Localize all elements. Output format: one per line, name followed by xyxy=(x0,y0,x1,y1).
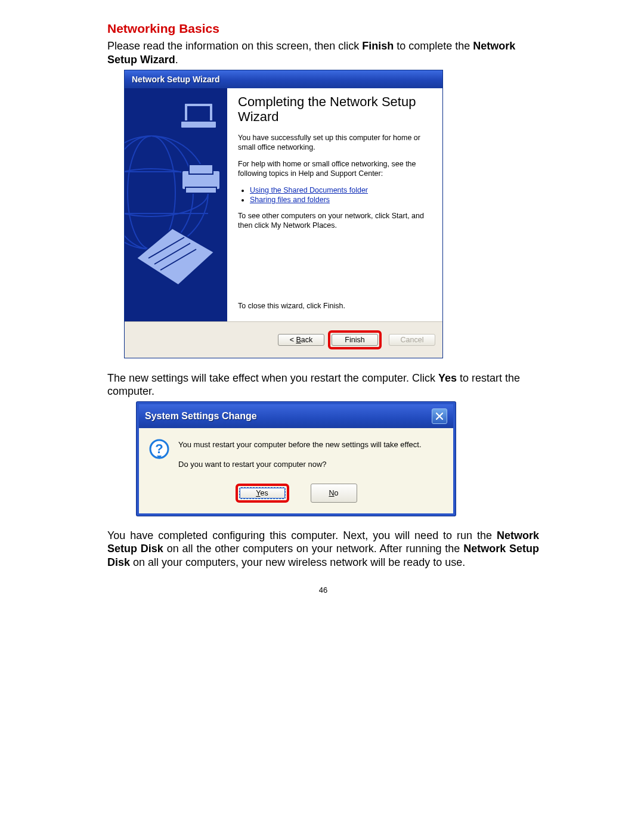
back-button[interactable]: < Back xyxy=(278,334,324,346)
wizard-body: Completing the Network Setup Wizard You … xyxy=(125,88,442,321)
restart-bold-yes: Yes xyxy=(438,372,457,384)
svg-rect-12 xyxy=(185,187,216,193)
wizard-msg-network-places: To see other computers on your network, … xyxy=(238,211,431,231)
question-icon: ? xyxy=(148,439,170,460)
finish-button[interactable]: Finish xyxy=(332,334,378,346)
svg-text:?: ? xyxy=(155,441,163,456)
yes-button-highlight: Yes xyxy=(236,484,289,503)
svg-rect-11 xyxy=(189,165,213,174)
section-title: Networking Basics xyxy=(107,21,539,36)
restart-text: You must restart your computer before th… xyxy=(178,439,422,479)
cancel-button: Cancel xyxy=(389,334,435,346)
restart-line2: Do you want to restart your computer now… xyxy=(178,459,422,470)
intro-end: . xyxy=(175,54,178,66)
svg-rect-9 xyxy=(181,121,216,128)
restart-titlebar: System Settings Change xyxy=(139,404,453,428)
page-number: 46 xyxy=(107,586,539,594)
wizard-link-sharing[interactable]: Sharing files and folders xyxy=(250,196,330,204)
intro-bold-finish: Finish xyxy=(362,40,394,52)
yes-rest: es xyxy=(261,489,268,497)
svg-rect-8 xyxy=(188,107,209,120)
final-paragraph: You have completed configuring this comp… xyxy=(107,529,539,569)
intro-text: Please read the information on this scre… xyxy=(107,40,362,52)
wizard-help-links: Using the Shared Documents folder Sharin… xyxy=(250,186,431,204)
wizard-heading: Completing the Network Setup Wizard xyxy=(238,94,431,125)
wizard-content: Completing the Network Setup Wizard You … xyxy=(227,88,442,321)
wizard-titlebar: Network Setup Wizard xyxy=(125,70,442,88)
wizard-close-note: To close this wizard, click Finish. xyxy=(238,302,431,310)
restart-title-text: System Settings Change xyxy=(145,411,257,422)
close-icon[interactable] xyxy=(432,408,447,424)
wizard-msg-help: For help with home or small office netwo… xyxy=(238,159,431,179)
restart-pre: The new settings will take effect when y… xyxy=(107,372,438,384)
wizard-link-shared-docs[interactable]: Using the Shared Documents folder xyxy=(250,186,368,194)
no-u: N xyxy=(329,489,335,497)
wizard-title-text: Network Setup Wizard xyxy=(132,75,220,84)
restart-body: ? You must restart your computer before … xyxy=(139,428,453,481)
wizard-msg-success: You have successfully set up this comput… xyxy=(238,133,431,153)
back-button-u: B xyxy=(296,336,301,344)
final-pre: You have completed configuring this comp… xyxy=(107,529,497,541)
yes-button[interactable]: Yes xyxy=(239,487,286,499)
restart-paragraph: The new settings will take effect when y… xyxy=(107,371,539,398)
system-settings-change-dialog: System Settings Change ? You must restar… xyxy=(137,402,456,516)
wizard-footer: < Back Finish Cancel xyxy=(125,321,442,358)
wizard-sidebar-graphic xyxy=(125,88,227,321)
restart-buttons: Yes No xyxy=(139,481,453,513)
no-rest: o xyxy=(335,489,339,497)
back-button-lt: < xyxy=(290,336,296,344)
final-mid: on all the other computers on your netwo… xyxy=(163,543,463,555)
restart-line1: You must restart your computer before th… xyxy=(178,439,422,451)
back-button-rest: ack xyxy=(301,336,312,344)
intro-mid: to complete the xyxy=(394,40,473,52)
network-setup-wizard-window: Network Setup Wizard xyxy=(124,70,443,358)
yes-u: Y xyxy=(256,489,260,497)
final-end: on all your computers, your new wireless… xyxy=(130,556,465,568)
finish-button-highlight: Finish xyxy=(328,330,382,349)
no-button[interactable]: No xyxy=(311,484,357,503)
intro-paragraph: Please read the information on this scre… xyxy=(107,39,539,66)
